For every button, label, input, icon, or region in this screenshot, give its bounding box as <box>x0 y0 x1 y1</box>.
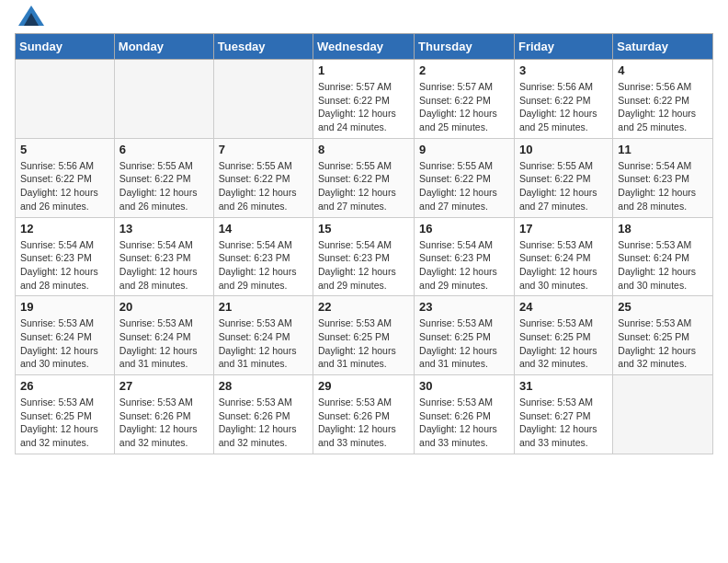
day-cell: 14Sunrise: 5:54 AMSunset: 6:23 PMDayligh… <box>213 217 313 296</box>
day-cell: 21Sunrise: 5:53 AMSunset: 6:24 PMDayligh… <box>213 296 313 375</box>
day-info: Sunrise: 5:57 AMSunset: 6:22 PMDaylight:… <box>318 80 409 134</box>
day-cell: 16Sunrise: 5:54 AMSunset: 6:23 PMDayligh… <box>415 217 515 296</box>
day-cell: 24Sunrise: 5:53 AMSunset: 6:25 PMDayligh… <box>514 296 612 375</box>
weekday-friday: Friday <box>514 34 612 60</box>
day-number: 9 <box>419 143 509 156</box>
day-info: Sunrise: 5:55 AMSunset: 6:22 PMDaylight:… <box>419 159 509 213</box>
calendar-body: 1Sunrise: 5:57 AMSunset: 6:22 PMDaylight… <box>16 60 713 454</box>
day-info: Sunrise: 5:55 AMSunset: 6:22 PMDaylight:… <box>219 159 308 213</box>
day-info: Sunrise: 5:53 AMSunset: 6:26 PMDaylight:… <box>219 396 308 450</box>
day-cell: 4Sunrise: 5:56 AMSunset: 6:22 PMDaylight… <box>613 60 713 139</box>
day-number: 14 <box>219 222 308 236</box>
day-number: 8 <box>318 143 409 156</box>
day-info: Sunrise: 5:54 AMSunset: 6:23 PMDaylight:… <box>219 238 308 293</box>
day-number: 26 <box>20 379 109 393</box>
day-number: 31 <box>519 379 608 393</box>
day-number: 6 <box>119 143 209 156</box>
day-number: 19 <box>20 300 109 314</box>
day-info: Sunrise: 5:56 AMSunset: 6:22 PMDaylight:… <box>20 159 109 213</box>
day-number: 12 <box>20 222 109 236</box>
day-cell: 30Sunrise: 5:53 AMSunset: 6:26 PMDayligh… <box>415 375 515 454</box>
day-cell: 12Sunrise: 5:54 AMSunset: 6:23 PMDayligh… <box>16 217 115 296</box>
day-info: Sunrise: 5:53 AMSunset: 6:26 PMDaylight:… <box>119 396 209 450</box>
day-cell: 11Sunrise: 5:54 AMSunset: 6:23 PMDayligh… <box>613 138 713 217</box>
day-info: Sunrise: 5:55 AMSunset: 6:22 PMDaylight:… <box>318 159 409 213</box>
weekday-monday: Monday <box>114 34 213 60</box>
day-number: 24 <box>519 300 608 314</box>
day-info: Sunrise: 5:53 AMSunset: 6:24 PMDaylight:… <box>20 316 109 371</box>
day-info: Sunrise: 5:53 AMSunset: 6:26 PMDaylight:… <box>419 396 509 450</box>
day-number: 16 <box>419 222 509 236</box>
day-info: Sunrise: 5:53 AMSunset: 6:25 PMDaylight:… <box>618 316 708 371</box>
day-cell: 1Sunrise: 5:57 AMSunset: 6:22 PMDaylight… <box>313 60 415 139</box>
week-row-1: 1Sunrise: 5:57 AMSunset: 6:22 PMDaylight… <box>16 60 713 139</box>
day-number: 25 <box>618 300 708 314</box>
day-cell: 17Sunrise: 5:53 AMSunset: 6:24 PMDayligh… <box>514 217 612 296</box>
logo-icon <box>18 6 44 26</box>
calendar: SundayMondayTuesdayWednesdayThursdayFrid… <box>15 33 713 454</box>
day-info: Sunrise: 5:53 AMSunset: 6:24 PMDaylight:… <box>119 316 209 371</box>
day-number: 10 <box>519 143 608 156</box>
week-row-3: 12Sunrise: 5:54 AMSunset: 6:23 PMDayligh… <box>16 217 713 296</box>
day-number: 27 <box>119 379 209 393</box>
day-info: Sunrise: 5:53 AMSunset: 6:24 PMDaylight:… <box>618 238 708 293</box>
day-cell: 31Sunrise: 5:53 AMSunset: 6:27 PMDayligh… <box>514 375 612 454</box>
day-number: 3 <box>519 63 608 77</box>
weekday-header-row: SundayMondayTuesdayWednesdayThursdayFrid… <box>16 34 713 60</box>
logo <box>15 15 44 26</box>
day-info: Sunrise: 5:53 AMSunset: 6:25 PMDaylight:… <box>519 316 608 371</box>
day-info: Sunrise: 5:53 AMSunset: 6:25 PMDaylight:… <box>20 396 109 450</box>
weekday-saturday: Saturday <box>613 34 713 60</box>
day-number: 11 <box>618 143 708 156</box>
day-info: Sunrise: 5:53 AMSunset: 6:25 PMDaylight:… <box>318 316 409 371</box>
day-number: 2 <box>419 63 509 77</box>
day-number: 15 <box>318 222 409 236</box>
day-cell: 26Sunrise: 5:53 AMSunset: 6:25 PMDayligh… <box>16 375 115 454</box>
day-cell: 22Sunrise: 5:53 AMSunset: 6:25 PMDayligh… <box>313 296 415 375</box>
weekday-wednesday: Wednesday <box>313 34 415 60</box>
day-number: 5 <box>20 143 109 156</box>
day-cell: 8Sunrise: 5:55 AMSunset: 6:22 PMDaylight… <box>313 138 415 217</box>
day-cell: 7Sunrise: 5:55 AMSunset: 6:22 PMDaylight… <box>213 138 313 217</box>
day-info: Sunrise: 5:53 AMSunset: 6:27 PMDaylight:… <box>519 396 608 450</box>
day-cell: 13Sunrise: 5:54 AMSunset: 6:23 PMDayligh… <box>114 217 213 296</box>
day-number: 4 <box>618 63 708 77</box>
day-cell: 27Sunrise: 5:53 AMSunset: 6:26 PMDayligh… <box>114 375 213 454</box>
day-number: 13 <box>119 222 209 236</box>
day-number: 23 <box>419 300 509 314</box>
day-number: 21 <box>219 300 308 314</box>
day-number: 7 <box>219 143 308 156</box>
week-row-2: 5Sunrise: 5:56 AMSunset: 6:22 PMDaylight… <box>16 138 713 217</box>
day-number: 1 <box>318 63 409 77</box>
day-info: Sunrise: 5:54 AMSunset: 6:23 PMDaylight:… <box>419 238 509 293</box>
day-number: 17 <box>519 222 608 236</box>
day-info: Sunrise: 5:54 AMSunset: 6:23 PMDaylight:… <box>618 159 708 213</box>
weekday-sunday: Sunday <box>16 34 115 60</box>
day-cell <box>213 60 313 139</box>
day-cell: 20Sunrise: 5:53 AMSunset: 6:24 PMDayligh… <box>114 296 213 375</box>
day-info: Sunrise: 5:54 AMSunset: 6:23 PMDaylight:… <box>20 238 109 293</box>
day-cell: 19Sunrise: 5:53 AMSunset: 6:24 PMDayligh… <box>16 296 115 375</box>
weekday-tuesday: Tuesday <box>213 34 313 60</box>
day-info: Sunrise: 5:57 AMSunset: 6:22 PMDaylight:… <box>419 80 509 134</box>
day-cell: 2Sunrise: 5:57 AMSunset: 6:22 PMDaylight… <box>415 60 515 139</box>
day-cell <box>613 375 713 454</box>
day-info: Sunrise: 5:54 AMSunset: 6:23 PMDaylight:… <box>318 238 409 293</box>
day-cell: 3Sunrise: 5:56 AMSunset: 6:22 PMDaylight… <box>514 60 612 139</box>
day-info: Sunrise: 5:53 AMSunset: 6:24 PMDaylight:… <box>219 316 308 371</box>
day-info: Sunrise: 5:53 AMSunset: 6:24 PMDaylight:… <box>519 238 608 293</box>
day-info: Sunrise: 5:53 AMSunset: 6:25 PMDaylight:… <box>419 316 509 371</box>
day-info: Sunrise: 5:54 AMSunset: 6:23 PMDaylight:… <box>119 238 209 293</box>
day-cell: 18Sunrise: 5:53 AMSunset: 6:24 PMDayligh… <box>613 217 713 296</box>
day-info: Sunrise: 5:56 AMSunset: 6:22 PMDaylight:… <box>519 80 608 134</box>
day-cell: 25Sunrise: 5:53 AMSunset: 6:25 PMDayligh… <box>613 296 713 375</box>
day-cell: 6Sunrise: 5:55 AMSunset: 6:22 PMDaylight… <box>114 138 213 217</box>
day-cell: 15Sunrise: 5:54 AMSunset: 6:23 PMDayligh… <box>313 217 415 296</box>
day-cell: 5Sunrise: 5:56 AMSunset: 6:22 PMDaylight… <box>16 138 115 217</box>
day-info: Sunrise: 5:56 AMSunset: 6:22 PMDaylight:… <box>618 80 708 134</box>
day-cell <box>114 60 213 139</box>
day-number: 29 <box>318 379 409 393</box>
day-cell: 29Sunrise: 5:53 AMSunset: 6:26 PMDayligh… <box>313 375 415 454</box>
weekday-thursday: Thursday <box>415 34 515 60</box>
day-info: Sunrise: 5:53 AMSunset: 6:26 PMDaylight:… <box>318 396 409 450</box>
